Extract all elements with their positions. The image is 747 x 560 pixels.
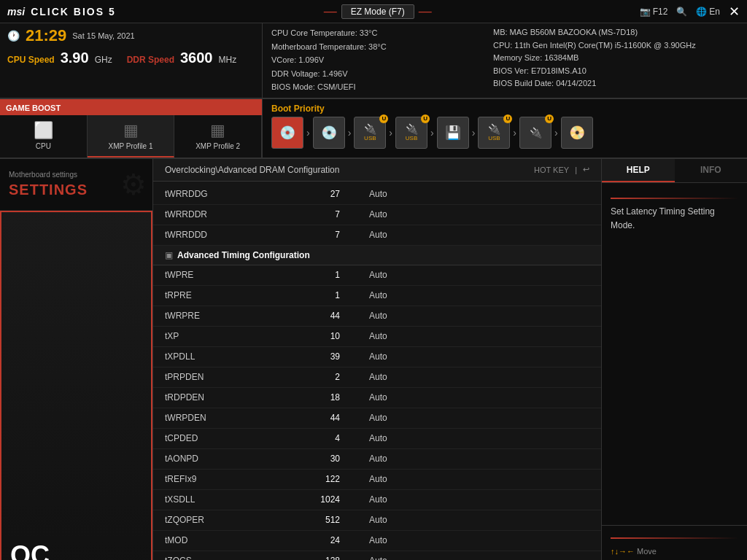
setting-value: 1024	[311, 494, 369, 505]
system-info-center: CPU Core Temperature: 33°C Motherboard T…	[263, 23, 484, 98]
xmp2-profile-tab[interactable]: ▦ XMP Profile 2	[174, 115, 262, 158]
usb-icon-2: 🔌	[406, 123, 418, 135]
info-bar: 🕐 21:29 Sat 15 May, 2021 CPU Speed 3.90 …	[0, 23, 747, 99]
setting-row-tzqcs[interactable]: tZQCS 128 Auto	[153, 551, 601, 560]
usb-label-3: USB	[488, 135, 500, 141]
setting-row-txsdll[interactable]: tXSDLL 1024 Auto	[153, 490, 601, 510]
xmp2-label: XMP Profile 2	[196, 142, 240, 150]
boot-device-3[interactable]: 🔌 USB U	[354, 117, 386, 149]
setting-name: tPRPDEN	[165, 372, 311, 382]
setting-row-trefIx9[interactable]: tREFIx9 122 Auto	[153, 470, 601, 490]
setting-name: tWRRDDD	[165, 230, 311, 240]
setting-value: 7	[311, 230, 369, 240]
right-panel-content: Set Latency Timing Setting Mode.	[602, 183, 747, 525]
mb-name: MB: MAG B560M BAZOOKA (MS-7D18)	[493, 26, 738, 39]
game-boost-header: GAME BOOST	[0, 99, 262, 115]
setting-row-tmod[interactable]: tMOD 24 Auto	[153, 531, 601, 551]
optical-icon: 💿	[321, 125, 337, 141]
setting-row-twrrddr[interactable]: tWRRDDR 7 Auto	[153, 205, 601, 225]
content-area: Overclocking\Advanced DRAM Configuration…	[153, 159, 601, 560]
arrow-2: ›	[348, 127, 352, 139]
setting-mode: Auto	[369, 351, 589, 362]
date-display: Sat 15 May, 2021	[72, 31, 134, 40]
setting-row-tprpden[interactable]: tPRPDEN 2 Auto	[153, 368, 601, 388]
tab-info[interactable]: INFO	[675, 159, 748, 182]
setting-name: tXSDLL	[165, 494, 311, 505]
setting-mode: Auto	[369, 311, 589, 321]
boot-device-2[interactable]: 💿	[313, 117, 345, 149]
setting-name: tWRRDDR	[165, 209, 311, 219]
setting-row-txp[interactable]: tXP 10 Auto	[153, 327, 601, 347]
cpu-label: CPU	[36, 142, 51, 150]
key-hints: ↑↓→← Move Enter: Select +/-: Value ESC: …	[602, 525, 747, 560]
usb-label-1: USB	[364, 135, 376, 141]
boot-device-8[interactable]: 📀	[561, 117, 593, 149]
sidebar-item-settings[interactable]: Motherboard settings SETTINGS ⚙	[0, 159, 152, 211]
badge-4: U	[545, 114, 554, 123]
tab-help[interactable]: HELP	[602, 159, 675, 182]
right-panel: HELP INFO Set Latency Timing Setting Mod…	[601, 159, 747, 560]
setting-mode: Auto	[369, 392, 589, 402]
globe-icon: 🌐	[696, 7, 707, 17]
ez-mode-button[interactable]: EZ Mode (F7)	[341, 4, 414, 19]
back-icon[interactable]: ↩	[583, 165, 589, 174]
boot-device-7[interactable]: 🔌 U	[519, 117, 551, 149]
setting-mode: Auto	[369, 494, 589, 505]
setting-row-txpdll[interactable]: tXPDLL 39 Auto	[153, 347, 601, 368]
setting-value: 1	[311, 270, 369, 280]
setting-row-twrpden[interactable]: tWRPDEN 44 Auto	[153, 408, 601, 429]
screenshot-button[interactable]: 📷 F12	[640, 7, 668, 17]
search-button[interactable]: 🔍	[676, 7, 687, 17]
language-button[interactable]: 🌐 En	[696, 7, 720, 17]
setting-row-tzqoper[interactable]: tZQOPER 512 Auto	[153, 510, 601, 531]
sidebar-item-oc[interactable]: OC	[0, 211, 152, 560]
search-icon: 🔍	[676, 7, 687, 17]
setting-row-twrrddd[interactable]: tWRRDDD 7 Auto	[153, 225, 601, 246]
camera-icon: 📷	[640, 7, 651, 17]
setting-mode: Auto	[369, 413, 589, 423]
setting-row-trpre[interactable]: tRPRE 1 Auto	[153, 286, 601, 306]
section-advanced-timing[interactable]: ▣ Advanced Timing Configuration	[153, 246, 601, 265]
setting-mode: Auto	[369, 454, 589, 464]
boot-device-5[interactable]: 💾	[437, 117, 469, 149]
setting-name: tREFIx9	[165, 474, 311, 484]
close-button[interactable]: ✕	[729, 4, 740, 20]
badge-2: U	[421, 114, 430, 123]
setting-row-twrrddg[interactable]: tWRRDDG 27 Auto	[153, 184, 601, 205]
cpu-profile-tab[interactable]: ⬜ CPU	[0, 115, 88, 158]
boot-device-1[interactable]: 💿	[271, 117, 303, 149]
setting-mode: Auto	[369, 556, 589, 560]
setting-row-tcpded[interactable]: tCPDED 4 Auto	[153, 429, 601, 449]
top-bar-right: 📷 F12 🔍 🌐 En ✕	[640, 4, 740, 20]
boot-device-4[interactable]: 🔌 USB U	[395, 117, 427, 149]
setting-mode: Auto	[369, 433, 589, 443]
setting-value: 44	[311, 311, 369, 321]
time-display: 21:29	[26, 26, 66, 45]
key-hint-move: ↑↓→← Move	[611, 545, 738, 559]
cpu-icon: ⬜	[34, 121, 53, 140]
right-panel-tabs: HELP INFO	[602, 159, 747, 183]
arrow-5: ›	[472, 127, 476, 139]
setting-row-twrpre[interactable]: tWRPRE 44 Auto	[153, 306, 601, 327]
speed-row: CPU Speed 3.90 GHz DDR Speed 3600 MHz	[7, 50, 255, 66]
clock-icon: 🕐	[7, 30, 20, 42]
ddr-speed-value: 3600	[180, 50, 213, 66]
cpu-speed-item: CPU Speed 3.90 GHz	[7, 50, 112, 66]
settings-bg-icon: ⚙	[120, 168, 147, 201]
setting-value: 1	[311, 290, 369, 300]
panel-divider-bottom	[611, 537, 738, 539]
boot-device-6[interactable]: 🔌 USB U	[478, 117, 510, 149]
usb-icon-4: 🔌	[530, 127, 542, 139]
main-layout: Motherboard settings SETTINGS ⚙ OC Use U…	[0, 159, 747, 560]
setting-row-taonpd[interactable]: tAONPD 30 Auto	[153, 449, 601, 470]
setting-name: tMOD	[165, 535, 311, 545]
settings-scroll[interactable]: tWRRDDG 27 Auto tWRRDDR 7 Auto tWRRDDD 7…	[153, 182, 601, 560]
setting-row-twpre[interactable]: tWPRE 1 Auto	[153, 265, 601, 286]
setting-row-trdpden[interactable]: tRDPDEN 18 Auto	[153, 388, 601, 408]
disc-icon: 📀	[569, 125, 585, 141]
xmp1-profile-tab[interactable]: ▦ XMP Profile 1	[88, 115, 175, 158]
clock-row: 🕐 21:29 Sat 15 May, 2021	[7, 26, 255, 45]
click-bios-title: CLICK BIOS 5	[31, 6, 116, 18]
floppy-icon: 💾	[445, 125, 461, 141]
oc-title: OC	[10, 540, 50, 560]
